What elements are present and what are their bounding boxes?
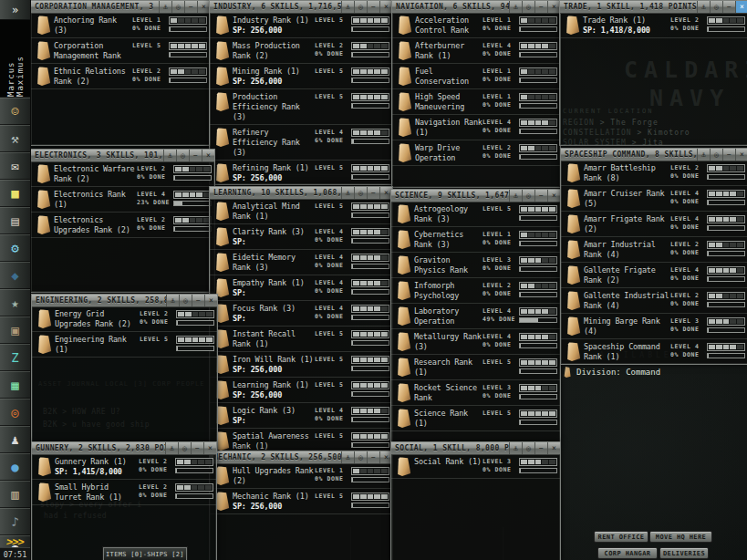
window-title[interactable]: CORPORATION MANAGEMENT, 3 SKILLS, bbox=[31, 1, 159, 13]
close-icon[interactable]: × bbox=[202, 150, 214, 161]
skill-row[interactable]: Gunnery Rank (1)SP: 1,415/8,000LEVEL 20%… bbox=[32, 454, 216, 480]
skill-row[interactable]: Mining Barge Rank (4)LEVEL 30% DONE bbox=[561, 314, 747, 339]
skill-row[interactable]: Logic Rank (3)SP:LEVEL 40% DONE bbox=[210, 403, 392, 429]
window-title[interactable]: SCIENCE, 9 SKILLS, 1,647,621 PI bbox=[391, 190, 509, 202]
skill-row[interactable]: Mass Production Rank (2)LEVEL 20% DONE bbox=[210, 38, 392, 64]
minimize-icon[interactable]: − bbox=[722, 149, 735, 161]
move-hq-button[interactable]: MOVE HQ HERE bbox=[649, 531, 712, 543]
people-and-places-icon[interactable]: ♟ bbox=[0, 426, 30, 453]
corp-hangar-button[interactable]: CORP HANGAR bbox=[597, 547, 658, 559]
pin-icon[interactable]: ⚓ bbox=[163, 150, 176, 161]
minimize-icon[interactable]: − bbox=[722, 1, 735, 13]
minimize-icon[interactable]: − bbox=[191, 442, 203, 454]
pin-icon[interactable]: ⚓ bbox=[509, 442, 522, 454]
close-icon[interactable]: × bbox=[204, 295, 217, 306]
skill-row[interactable]: Instant Recall Rank (1)LEVEL 5 bbox=[210, 327, 392, 352]
skill-row[interactable]: Clarity Rank (3)SP:LEVEL 40% DONE bbox=[210, 224, 392, 250]
skill-row[interactable]: Rocket Science RankLEVEL 30% DONE bbox=[391, 380, 560, 406]
minimize-icon[interactable]: − bbox=[192, 295, 204, 306]
skill-row[interactable]: Social Rank (1)LEVEL 30% DONE bbox=[391, 454, 560, 479]
skill-row[interactable]: Afterburner Rank (1)LEVEL 40% DONE bbox=[392, 38, 560, 64]
snap-icon[interactable]: ◎ bbox=[710, 1, 722, 13]
skill-row[interactable]: Corporation Management RankLEVEL 5 bbox=[31, 38, 210, 64]
pin-icon[interactable]: ⚓ bbox=[341, 1, 354, 13]
skill-row[interactable]: Eidetic Memory Rank (3)LEVEL 40% DONE bbox=[210, 250, 392, 275]
close-icon[interactable]: × bbox=[197, 1, 210, 13]
close-icon[interactable]: × bbox=[547, 190, 560, 202]
snap-icon[interactable]: ◎ bbox=[171, 1, 184, 13]
window-title[interactable]: NAVIGATION, 6 SKILLS, 94,675 P bbox=[392, 1, 509, 13]
snap-icon[interactable]: ◎ bbox=[354, 1, 367, 13]
minimize-icon[interactable]: − bbox=[189, 150, 202, 161]
minimize-icon[interactable]: − bbox=[534, 1, 547, 13]
calculator-icon[interactable]: ▦ bbox=[0, 371, 30, 399]
skill-row[interactable]: Research Rank (1)LEVEL 5 bbox=[391, 355, 560, 380]
skill-row[interactable]: Industry Rank (1)SP: 256,000LEVEL 5 bbox=[210, 13, 392, 38]
skill-row[interactable]: Amarr Frigate Rank (2)LEVEL 40% DONE bbox=[561, 212, 747, 237]
skill-row[interactable]: Fuel ConservationLEVEL 10% DONE bbox=[392, 64, 560, 89]
pin-icon[interactable]: ⚓ bbox=[166, 295, 179, 306]
rent-office-button[interactable]: RENT OFFICE bbox=[594, 531, 648, 543]
journal-icon[interactable]: ▥ bbox=[0, 481, 30, 508]
skill-row[interactable]: Learning Rank (1)SP: 256,000LEVEL 5 bbox=[210, 378, 392, 403]
snap-icon[interactable]: ◎ bbox=[522, 1, 534, 13]
skill-row[interactable]: Acceleration Control RankLEVEL 10% DONE bbox=[392, 13, 560, 38]
skill-row[interactable]: Electronic Warfare Rank (2)LEVEL 20% DON… bbox=[31, 161, 214, 187]
skill-row[interactable]: Navigation Rank (1)LEVEL 40% DONE bbox=[392, 115, 560, 140]
skill-row[interactable]: Engineering Rank (1)LEVEL 5 bbox=[32, 332, 217, 358]
snap-icon[interactable]: ◎ bbox=[176, 150, 189, 161]
skill-row[interactable]: Electronics Upgrades Rank (2)LEVEL 20% D… bbox=[31, 213, 214, 238]
map-icon[interactable]: ◆ bbox=[0, 262, 30, 289]
pin-icon[interactable]: ⚓ bbox=[341, 451, 354, 463]
skill-row[interactable]: Electronics Rank (1)LEVEL 423% DONE bbox=[31, 187, 214, 213]
skill-row[interactable]: Warp Drive OperationLEVEL 20% DONE bbox=[392, 140, 560, 166]
pin-icon[interactable]: ⚓ bbox=[159, 1, 171, 13]
minimize-icon[interactable]: − bbox=[534, 442, 547, 454]
neocom-expander[interactable]: » bbox=[0, 0, 30, 20]
notepad-icon[interactable]: ■ bbox=[0, 180, 30, 207]
skill-row[interactable]: Laboratory OperationLEVEL 449% DONE bbox=[391, 304, 560, 329]
skill-row[interactable]: Hull Upgrades Rank (2)LEVEL 10% DONE bbox=[210, 463, 392, 489]
window-title[interactable]: INDUSTRY, 6 SKILLS, 1,716,585 POINT bbox=[210, 1, 341, 13]
pin-icon[interactable]: ⚓ bbox=[509, 1, 522, 13]
skill-row[interactable]: Trade Rank (1)SP: 1,418/8,000LEVEL 20% D… bbox=[560, 13, 747, 38]
skill-row[interactable]: High Speed ManeuveringLEVEL 10% DONE bbox=[392, 89, 560, 115]
skill-row[interactable]: Infomorph PsychologyLEVEL 20% DONE bbox=[391, 278, 560, 304]
minimize-icon[interactable]: − bbox=[367, 451, 379, 463]
skill-row[interactable]: Anchoring Rank (3)LEVEL 10% DONE bbox=[31, 13, 210, 38]
pin-icon[interactable]: ⚓ bbox=[697, 1, 710, 13]
skill-row[interactable]: Astrogeology Rank (3)LEVEL 5 bbox=[391, 202, 560, 227]
skill-row[interactable]: Analytical Mind Rank (1)LEVEL 5 bbox=[210, 199, 392, 224]
skill-row[interactable]: Gallente Industrial Rank (4)LEVEL 20% DO… bbox=[561, 288, 747, 314]
snap-icon[interactable]: ◎ bbox=[522, 442, 534, 454]
close-icon[interactable]: × bbox=[547, 442, 560, 454]
skill-row[interactable]: Gallente Frigate Rank (2)LEVEL 40% DONE bbox=[561, 263, 747, 288]
items-ships-button[interactable]: ITEMS [0]-SHIPS [2] bbox=[103, 547, 187, 560]
skill-row[interactable]: Refining Rank (1)SP: 256,000LEVEL 5 bbox=[210, 161, 392, 184]
neocom-overflow-arrows[interactable]: >>> bbox=[0, 535, 31, 548]
fitting-icon[interactable]: ⚙ bbox=[0, 234, 30, 262]
skill-row[interactable]: Empathy Rank (1)SP:LEVEL 40% DONE bbox=[210, 275, 392, 301]
voice-icon[interactable]: ♪ bbox=[0, 508, 30, 535]
skill-row[interactable]: Focus Rank (3)SP:LEVEL 40% DONE bbox=[210, 301, 392, 327]
deliveries-button[interactable]: DELIVERIES bbox=[659, 547, 709, 559]
skill-row[interactable]: Cybernetics Rank (3)LEVEL 10% DONE bbox=[391, 227, 560, 253]
pin-icon[interactable]: ⚓ bbox=[509, 190, 522, 202]
minimize-icon[interactable]: − bbox=[367, 1, 379, 13]
close-icon[interactable]: × bbox=[547, 1, 560, 13]
window-title[interactable]: TRADE, 1 SKILL, 1,418 POINTS bbox=[560, 1, 697, 13]
close-icon[interactable]: × bbox=[735, 1, 747, 13]
window-title[interactable]: SOCIAL, 1 SKILL, 8,000 POINTS bbox=[391, 442, 509, 454]
window-title[interactable]: MECHANIC, 2 SKILLS, 256,500 POINTS bbox=[210, 451, 341, 463]
mail-icon[interactable]: ✉ bbox=[0, 152, 30, 180]
window-title[interactable]: SPACESHIP COMMAND, 8 SKILLS, 507,3 bbox=[561, 149, 697, 161]
skill-row[interactable]: Graviton Physics RankLEVEL 30% DONE bbox=[391, 253, 560, 278]
skill-row[interactable]: Amarr Industrial Rank (4)LEVEL 20% DONE bbox=[561, 237, 747, 263]
snap-icon[interactable]: ◎ bbox=[522, 190, 534, 202]
skill-row[interactable]: Amarr Battleship Rank (8)LEVEL 20% DONE bbox=[561, 161, 747, 186]
window-title[interactable]: LEARNING, 10 SKILLS, 1,068,315 POIN bbox=[210, 187, 341, 199]
skill-row[interactable]: Small Hybrid Turret Rank (1)LEVEL 20% DO… bbox=[32, 480, 216, 505]
skill-row[interactable]: Amarr Cruiser Rank (5)LEVEL 40% DONE bbox=[561, 186, 747, 212]
star-map-icon[interactable]: ● bbox=[0, 453, 30, 481]
pin-icon[interactable]: ⚓ bbox=[341, 187, 354, 199]
